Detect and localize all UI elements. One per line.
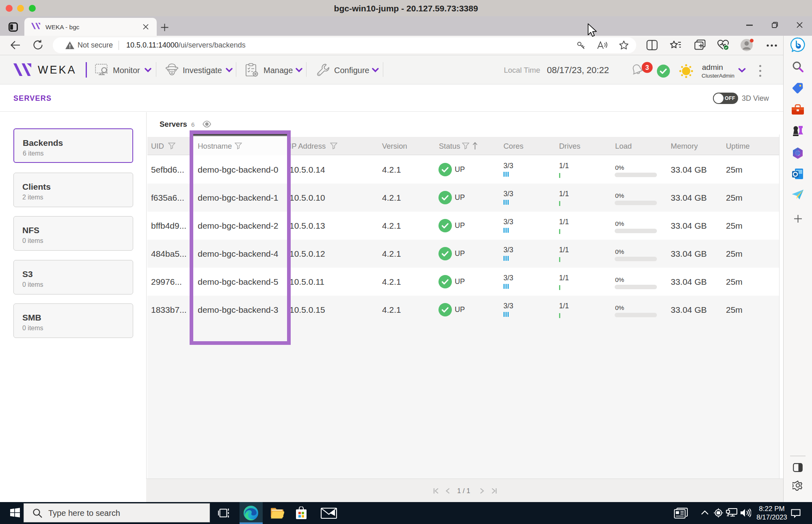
svg-text:3: 3	[646, 64, 649, 71]
